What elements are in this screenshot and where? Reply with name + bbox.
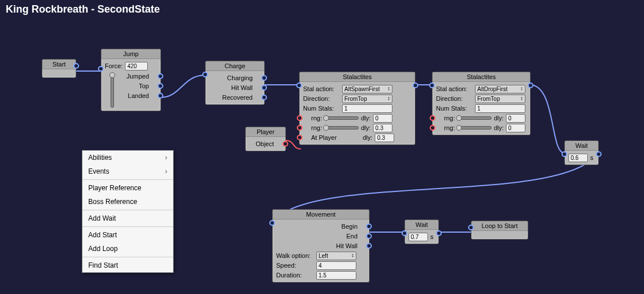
port-movement-in[interactable] (269, 220, 275, 226)
context-menu[interactable]: Abilities Events Player Reference Boss R… (82, 150, 174, 273)
node-wait1-title: Wait (565, 141, 598, 151)
ctx-item-boss-reference[interactable]: Boss Reference (83, 195, 173, 209)
stal2-direction-select[interactable]: FromTop‡ (475, 95, 525, 103)
port-stal1-in[interactable] (296, 83, 302, 88)
ctx-item-events[interactable]: Events (83, 164, 173, 178)
port-jump-jumped[interactable] (158, 73, 163, 79)
stal2-dly1-input[interactable] (506, 114, 525, 123)
stal2-numstals-label: Num Stals: (436, 105, 473, 112)
port-wait2-in[interactable] (402, 230, 407, 236)
ctx-item-player-reference[interactable]: Player Reference (83, 181, 173, 195)
movement-speed-label: Speed: (276, 262, 314, 269)
stal1-rng1-slider[interactable] (324, 116, 359, 120)
node-jump[interactable]: Jump Force: Jumped Top (101, 49, 161, 111)
node-start-title: Start (42, 60, 76, 69)
port-stal2-in[interactable] (429, 83, 435, 88)
port-movement-hitwall[interactable] (366, 243, 372, 249)
port-stal1-rng2[interactable] (297, 125, 303, 131)
ctx-sep-3 (83, 226, 173, 227)
port-stal1-atplayer[interactable] (297, 135, 303, 140)
node-wait-2[interactable]: Wait s (405, 219, 439, 244)
stal1-numstals-input[interactable] (342, 104, 392, 113)
port-stal2-out[interactable] (528, 83, 533, 88)
node-loop-title: Loop to Start (472, 221, 528, 231)
port-stal2-rng1[interactable] (430, 115, 435, 121)
jump-out-landed-label: Landed (128, 92, 149, 99)
jump-force-label: Force: (105, 62, 123, 69)
port-jump-in[interactable] (98, 66, 104, 72)
node-charge[interactable]: Charge Charging Hit Wall Recovered (205, 61, 265, 105)
stal1-direction-label: Direction: (303, 95, 340, 102)
stal2-action-select[interactable]: AltDropFirst‡ (475, 85, 525, 93)
jump-out-top-label: Top (139, 83, 149, 89)
port-player-object[interactable] (282, 141, 288, 147)
stal1-action-select[interactable]: AltSpawnFirst‡ (342, 85, 392, 93)
stal2-rng1-slider[interactable] (457, 116, 492, 120)
ctx-item-find-start[interactable]: Find Start (83, 258, 173, 272)
node-player[interactable]: Player Object (245, 127, 286, 151)
ctx-item-abilities[interactable]: Abilities (83, 151, 173, 164)
stal2-dly2-input[interactable] (506, 124, 525, 132)
port-wait1-in[interactable] (561, 151, 567, 157)
node-stal1-title: Stalactites (300, 72, 415, 82)
stal2-action-label: Stal action: (436, 85, 473, 92)
stal2-rng2-slider[interactable] (457, 126, 492, 130)
stal2-direction-label: Direction: (436, 95, 473, 102)
node-start[interactable]: Start (42, 59, 76, 78)
port-stal1-out[interactable] (413, 83, 418, 88)
ctx-item-add-start[interactable]: Add Start (83, 228, 173, 242)
node-stalactites-2[interactable]: Stalactites Stal action: AltDropFirst‡ D… (432, 72, 531, 135)
stal1-direction-select[interactable]: FromTop‡ (342, 95, 392, 103)
ctx-item-add-wait[interactable]: Add Wait (83, 211, 173, 225)
port-loop-in[interactable] (468, 225, 474, 230)
node-wait2-title: Wait (405, 220, 438, 230)
port-jump-landed[interactable] (158, 93, 163, 99)
wait1-unit-label: s (590, 154, 594, 161)
port-wait1-out[interactable] (596, 151, 602, 157)
movement-duration-input[interactable] (316, 271, 356, 280)
wait2-value-input[interactable] (409, 233, 428, 241)
node-wait-1[interactable]: Wait s (564, 140, 599, 165)
ctx-item-add-loop[interactable]: Add Loop (83, 242, 173, 256)
port-charge-in[interactable] (202, 72, 208, 77)
port-charge-recovered[interactable] (261, 95, 267, 100)
port-movement-begin[interactable] (366, 224, 372, 229)
node-charge-title: Charge (206, 61, 264, 71)
port-jump-top[interactable] (158, 83, 163, 89)
node-movement-title: Movement (273, 210, 369, 219)
node-stalactites-1[interactable]: Stalactites Stal action: AltSpawnFirst‡ … (299, 72, 415, 145)
port-stal2-rng2[interactable] (430, 125, 435, 131)
ctx-sep-2 (83, 210, 173, 210)
node-jump-title: Jump (101, 49, 160, 59)
movement-out-begin-label: Begin (341, 223, 358, 230)
jump-out-jumped-label: Jumped (127, 73, 149, 80)
stal1-rng2-slider[interactable] (324, 126, 359, 130)
movement-out-hitwall-label: Hit Wall (336, 242, 358, 249)
node-movement[interactable]: Movement Begin End Hit Wall Walk option:… (272, 209, 370, 283)
port-wait2-out[interactable] (436, 230, 442, 236)
stal1-dly3-input[interactable] (375, 134, 394, 142)
stal2-numstals-input[interactable] (475, 104, 525, 113)
port-charge-charging[interactable] (261, 75, 267, 81)
wait1-value-input[interactable] (568, 154, 588, 162)
port-stal1-rng1[interactable] (297, 115, 303, 121)
movement-walkoption-select[interactable]: Left‡ (316, 252, 356, 260)
charge-out-charging-label: Charging (227, 75, 253, 81)
movement-speed-input[interactable] (316, 261, 356, 270)
movement-out-end-label: End (346, 233, 358, 240)
port-charge-hitwall[interactable] (261, 85, 267, 91)
node-stal2-title: Stalactites (433, 72, 530, 82)
charge-out-hitwall-label: Hit Wall (231, 84, 253, 91)
player-out-object-label: Object (256, 140, 274, 147)
stal1-numstals-label: Num Stals: (303, 105, 340, 112)
movement-duration-label: Duration: (276, 272, 314, 279)
jump-force-input[interactable] (125, 62, 148, 70)
port-movement-end[interactable] (366, 233, 372, 239)
stal1-rng2-label: rng: (311, 124, 322, 131)
stal1-rng1-label: rng: (311, 115, 322, 121)
port-start-out[interactable] (73, 63, 79, 69)
node-loop[interactable]: Loop to Start (471, 221, 528, 240)
stal1-dly1-input[interactable] (373, 114, 392, 123)
ctx-sep-4 (83, 257, 173, 257)
stal1-dly2-input[interactable] (373, 124, 392, 132)
